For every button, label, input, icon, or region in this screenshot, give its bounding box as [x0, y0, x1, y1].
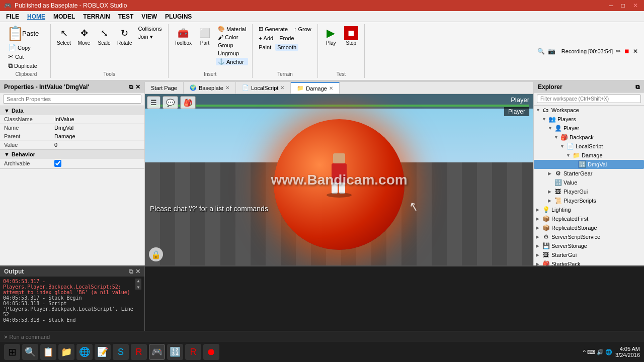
tab-damage-close[interactable]: ✕ — [329, 85, 333, 91]
tree-localscript[interactable]: ▼ 📄 LocalScript — [534, 142, 644, 151]
startergear-label: StarterGear — [564, 170, 592, 176]
tree-startergui[interactable]: ▶ 🖼 StarterGui — [534, 250, 644, 259]
hamburger-menu-button[interactable]: ☰ — [147, 96, 160, 109]
properties-float-icon[interactable]: ⧉ — [129, 83, 133, 90]
viewport-content[interactable]: Player Player ☰ 💬 🎒 Please chat '/?' for… — [145, 94, 533, 265]
roblox2-button[interactable]: R — [185, 344, 201, 360]
menu-plugins[interactable]: PLUGINS — [161, 12, 196, 21]
part-button[interactable]: ⬜Part — [196, 25, 214, 47]
add-button[interactable]: +Add — [257, 35, 275, 42]
task-view-button[interactable]: 📋 — [40, 344, 56, 360]
tree-playergui[interactable]: ▶ 🖼 PlayerGui — [534, 187, 644, 196]
menu-model[interactable]: MODEL — [49, 12, 79, 21]
group-button[interactable]: Group — [216, 42, 248, 49]
tab-localscript[interactable]: 📄 LocalScript ✕ — [236, 82, 291, 94]
tree-players[interactable]: ▼ 👥 Players — [534, 115, 644, 124]
title-bar-controls[interactable]: ─ □ ✕ — [607, 2, 640, 9]
start-button[interactable]: ⊞ — [4, 344, 20, 360]
menu-view[interactable]: VIEW — [137, 12, 161, 21]
edit-recording-icon[interactable]: ✏ — [616, 48, 621, 55]
grow-button[interactable]: ↑Grow — [292, 25, 313, 33]
copy-button[interactable]: 📄Copy — [6, 43, 39, 52]
tab-localscript-close[interactable]: ✕ — [280, 85, 284, 90]
scale-button[interactable]: ⤡Scale — [95, 25, 113, 47]
tree-replicatedstorage[interactable]: ▶ 📦 ReplicatedStorage — [534, 223, 644, 232]
tree-dmgval[interactable]: 🔢 DmgVal — [534, 160, 644, 169]
calculator-button[interactable]: 🔢 — [167, 344, 183, 360]
stop-button[interactable]: ■Stop — [342, 25, 360, 47]
tree-backpack[interactable]: ▼ 🎒 Backpack — [534, 133, 644, 142]
tree-starterpack[interactable]: ▶ 🎒 StarterPack — [534, 259, 644, 265]
cut-button[interactable]: ✂Cut — [6, 52, 39, 61]
tree-serverscriptservice[interactable]: ▶ ⚙ ServerScriptService — [534, 232, 644, 241]
erode-button[interactable]: Erode — [277, 35, 296, 42]
close-recording-icon[interactable]: ✕ — [633, 48, 638, 55]
properties-close-icon[interactable]: ✕ — [135, 83, 140, 90]
tab-damage-label: Damage — [306, 85, 327, 92]
command-input[interactable] — [9, 334, 640, 340]
ungroup-button[interactable]: Ungroup — [216, 50, 248, 57]
file-explorer-taskbar-button[interactable]: 📁 — [58, 344, 74, 360]
paint-button[interactable]: Paint — [257, 44, 273, 51]
toolbox-button[interactable]: 🧰Toolbox — [173, 25, 194, 47]
tree-replicatedfirst[interactable]: ▶ 📦 ReplicatedFirst — [534, 214, 644, 223]
record-button[interactable]: ⏺ — [203, 344, 219, 360]
roblox-app-button[interactable]: R — [131, 344, 147, 360]
tree-damage[interactable]: ▼ 📁 Damage — [534, 151, 644, 160]
tab-baseplate[interactable]: 🌍 Baseplate ✕ — [184, 82, 236, 94]
material-button[interactable]: 🎨Material — [216, 25, 248, 33]
scroll-up-arrow[interactable]: ▲ — [137, 279, 140, 283]
tree-lighting[interactable]: ▶ 💡 Lighting — [534, 205, 644, 214]
tab-start-page[interactable]: Start Page — [145, 82, 184, 94]
close-button[interactable]: ✕ — [631, 2, 640, 9]
move-button[interactable]: ✥Move — [75, 25, 93, 47]
roblox-studio-taskbar-button[interactable]: 🎮 — [149, 344, 165, 360]
menu-file[interactable]: FILE — [2, 12, 23, 21]
notepad-button[interactable]: 📝 — [95, 344, 111, 360]
backpack-button[interactable]: 🎒 — [180, 96, 196, 109]
minimize-button[interactable]: ─ — [607, 2, 615, 9]
search-taskbar-button[interactable]: 🔍 — [22, 344, 38, 360]
join-button[interactable]: Join ▾ — [136, 33, 164, 41]
maximize-button[interactable]: □ — [619, 2, 627, 9]
rotate-button[interactable]: ↻Rotate — [115, 25, 134, 47]
duplicate-button[interactable]: ⧉Duplicate — [6, 61, 39, 70]
archivable-checkbox[interactable] — [54, 160, 61, 167]
output-scrollbar[interactable]: ▲ ▼ — [135, 279, 141, 290]
play-button[interactable]: ▶Play — [322, 25, 340, 47]
lock-icon[interactable]: 🔒 — [149, 247, 163, 261]
explorer-float-icon[interactable]: ⧉ — [635, 83, 640, 90]
backpack-label: Backpack — [570, 134, 594, 140]
color-button[interactable]: 🖌Color — [216, 34, 248, 41]
anchor-button[interactable]: ⚓Anchor — [216, 58, 248, 65]
chat-button[interactable]: 💬 — [163, 96, 178, 109]
stop-recording-icon[interactable]: ⏹ — [624, 48, 630, 55]
tree-startergear[interactable]: ▶ ⚙ StarterGear — [534, 169, 644, 178]
search-properties-input[interactable] — [3, 95, 141, 104]
tree-player[interactable]: ▼ 👤 Player — [534, 124, 644, 133]
tree-workspace[interactable]: ▼ 🗂 Workspace — [534, 106, 644, 115]
paste-button[interactable]: 📋 Paste — [6, 25, 46, 41]
skype-button[interactable]: S — [113, 344, 129, 360]
workspace-arrow: ▼ — [536, 108, 542, 113]
tree-playerscripts[interactable]: ▶ 📜 PlayerScripts — [534, 196, 644, 205]
tab-damage[interactable]: 📁 Damage ✕ — [291, 82, 340, 94]
tab-baseplate-close[interactable]: ✕ — [225, 85, 229, 90]
select-button[interactable]: ↖Select — [55, 25, 73, 47]
chrome-button[interactable]: 🌐 — [76, 344, 93, 360]
output-float-icon[interactable]: ⧉ — [129, 268, 133, 275]
menu-test[interactable]: TEST — [114, 12, 138, 21]
output-close-icon[interactable]: ✕ — [135, 268, 140, 275]
explorer-search-input[interactable] — [537, 95, 641, 103]
smooth-button[interactable]: Smooth — [275, 44, 298, 51]
menu-terrain[interactable]: TERRAIN — [79, 12, 114, 21]
lighting-label: Lighting — [551, 207, 571, 213]
tree-serverstorage[interactable]: ▶ 💾 ServerStorage — [534, 241, 644, 250]
collisions-button[interactable]: Collisions — [136, 25, 164, 32]
scroll-down-arrow[interactable]: ▼ — [137, 285, 140, 290]
data-section-header[interactable]: ▼ Data — [0, 106, 144, 115]
behavior-section-header[interactable]: ▼ Behavior — [0, 150, 144, 159]
tree-value[interactable]: 🔢 Value — [534, 178, 644, 187]
menu-home[interactable]: HOME — [23, 12, 49, 21]
generate-button[interactable]: ⊞Generate — [257, 25, 290, 33]
